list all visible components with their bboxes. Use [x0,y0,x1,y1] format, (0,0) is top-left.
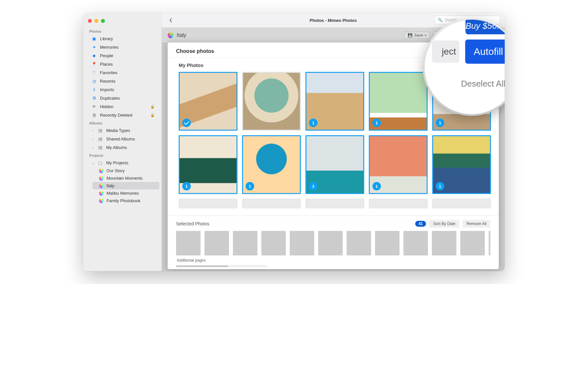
sort-by-date-button[interactable]: Sort By Date [429,220,459,228]
search-icon: 🔍 [438,18,443,22]
sidebar-item-favorites[interactable]: ♡ Favorites [85,68,159,77]
photo-thumb[interactable] [179,72,237,131]
photo-thumb[interactable]: 1 [242,135,301,194]
sidebar-item-label: Library [100,36,113,41]
sidebar-item-hidden[interactable]: 👁 Hidden 🔒 [85,102,159,111]
strip-scrollbar[interactable] [176,265,268,267]
fullscreen-window-button[interactable] [101,19,105,23]
close-window-button[interactable] [88,19,92,23]
photo-thumb[interactable] [305,199,364,208]
photo-thumb[interactable] [369,199,428,208]
sidebar-item-shared-albums[interactable]: › ▤ Shared Albums [85,135,159,143]
sidebar-item-label: Shared Albums [106,137,135,141]
selected-mini-thumb[interactable] [489,231,490,255]
sidebar-item-label: My Projects [106,160,128,165]
photo-thumb[interactable] [432,199,491,208]
photo-thumb[interactable]: 1 [432,135,491,194]
sidebar-item-duplicates[interactable]: ⧉ Duplicates [85,94,159,102]
window-controls [83,16,161,27]
sidebar-project-our-story[interactable]: Our Story [92,167,159,174]
sidebar-item-my-projects[interactable]: ⌄ ▢ My Projects [85,158,159,167]
minimize-window-button[interactable] [94,19,98,23]
selected-mini-thumb[interactable] [375,231,400,255]
sidebar-item-label: Family Photobook [106,198,140,203]
sidebar: Photos ▣ Library ✶ Memories ☻ People 📍 P… [83,13,162,271]
sidebar-item-label: Mountain Moments [106,176,143,181]
deselect-all-link-fragment[interactable]: Deselect All [424,79,505,89]
sidebar-item-memories[interactable]: ✶ Memories [85,43,159,51]
hidden-icon: 👁 [91,104,97,109]
selected-count-badge: 41 [415,221,426,227]
sidebar-item-label: People [100,53,113,58]
selected-mini-thumb[interactable] [290,231,314,255]
selected-mini-thumb[interactable] [176,231,201,255]
sidebar-item-label: My Albums [106,145,127,150]
sidebar-item-label: Media Types [106,128,130,133]
save-button[interactable]: 💾 Save ▾ [404,32,430,39]
pin-icon: 📍 [91,61,97,67]
selected-mini-thumb[interactable] [204,231,229,255]
selected-mini-thumb[interactable] [318,231,343,255]
sidebar-item-label: Favorites [100,70,117,75]
main-area: Photos - Mimeo Photos 🔍 Search Italy 💾 S… [162,13,505,271]
mimeo-project-icon [99,191,104,196]
lock-icon: 🔒 [150,105,155,109]
use-count-badge: 1 [309,182,318,190]
sidebar-item-recents[interactable]: ◷ Recents [85,77,159,85]
sidebar-project-italy[interactable]: Italy [92,182,159,189]
sidebar-project-mountain-moments[interactable]: Mountain Moments [92,174,159,182]
use-count-badge: 1 [309,119,318,127]
lock-icon: 🔒 [150,113,155,117]
sidebar-item-label: Recently Deleted [100,113,132,118]
selected-strip[interactable] [176,231,490,255]
use-count-badge: 1 [246,182,254,190]
app-window: Photos ▣ Library ✶ Memories ☻ People 📍 P… [83,13,505,271]
chevron-left-icon [169,18,173,23]
selected-photos-label: Selected Photos [176,221,209,226]
selected-mini-thumb[interactable] [403,231,428,255]
sidebar-item-label: Imports [100,87,114,92]
selected-mini-thumb[interactable] [347,231,371,255]
sidebar-section-albums: Albums [83,119,161,126]
selected-mini-thumb[interactable] [261,231,286,255]
chevron-down-icon: ⌄ [91,161,94,165]
sidebar-project-family-photobook[interactable]: Family Photobook [92,197,159,204]
remove-all-button[interactable]: Remove All [463,220,490,228]
sidebar-project-malibu-memories[interactable]: Malibu Memories [92,189,159,197]
photo-thumb[interactable] [242,72,301,131]
sidebar-item-media-types[interactable]: › ▤ Media Types [85,126,159,135]
photo-thumb[interactable] [179,199,237,208]
mimeo-project-icon [99,169,104,173]
mimeo-project-icon [99,176,104,181]
selected-mini-thumb[interactable] [233,231,257,255]
stack-icon: ▤ [97,144,103,150]
folder-icon: ▢ [97,160,103,166]
sidebar-item-recently-deleted[interactable]: 🗑 Recently Deleted 🔒 [85,111,159,119]
photo-thumb[interactable]: 1 [179,135,237,194]
stack-icon: ▤ [97,136,103,142]
sidebar-item-label: Places [100,62,113,67]
chevron-right-icon: › [91,128,94,132]
window-title: Photos - Mimeo Photos [310,18,357,23]
photo-thumb[interactable] [242,199,301,208]
selected-mini-thumb[interactable] [460,231,485,255]
sidebar-item-my-albums[interactable]: › ▤ My Albums [85,143,159,152]
chevron-right-icon: › [91,137,94,141]
photo-thumb[interactable]: 1 [369,72,428,131]
sidebar-item-places[interactable]: 📍 Places [85,60,159,68]
add-to-project-button-fragment[interactable]: ject [432,41,459,63]
selected-photos-bar: Selected Photos 41 Sort By Date Remove A… [168,216,499,269]
library-icon: ▣ [91,36,97,41]
back-button[interactable] [166,16,175,25]
sidebar-item-imports[interactable]: ⇩ Imports [85,85,159,94]
selected-mini-thumb[interactable] [432,231,456,255]
photo-thumb[interactable]: 1 [369,135,428,194]
autofill-button[interactable]: Autofill [465,40,505,64]
clock-icon: ◷ [91,78,97,84]
sidebar-item-people[interactable]: ☻ People [85,51,159,60]
heart-icon: ♡ [91,70,97,75]
photo-thumb[interactable]: 1 [305,135,364,194]
sidebar-item-library[interactable]: ▣ Library [85,34,159,43]
use-count-badge: 1 [436,119,444,127]
photo-thumb[interactable]: 1 [305,72,364,131]
